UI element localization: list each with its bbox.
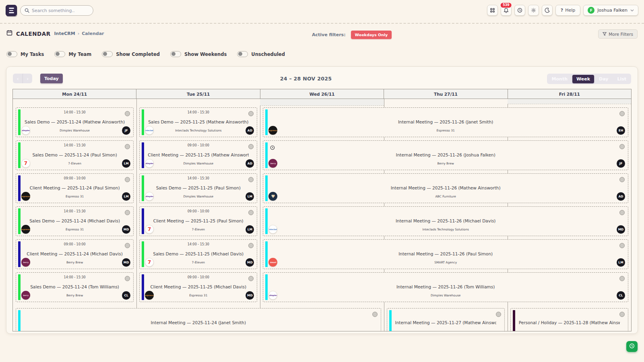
event-status-circle[interactable]: [248, 243, 254, 248]
event-title: Sales Demo — 2025-11-25 (Mathew Ainswort…: [148, 119, 249, 124]
event-status-circle[interactable]: [619, 312, 625, 317]
event-status-circle[interactable]: [619, 276, 625, 281]
event-status-circle[interactable]: [619, 111, 625, 116]
company-logo: 7: [145, 258, 154, 267]
event-title: Sales Demo — 2025-11-24 (Michael Davis): [24, 218, 125, 223]
toggle-switch[interactable]: [102, 51, 113, 57]
company-logo: espresso: [268, 126, 277, 135]
more-filters-button[interactable]: More Filters: [598, 29, 638, 39]
more-filters-label: More Filters: [609, 32, 633, 37]
view-switcher: Month Week Day List: [547, 74, 631, 84]
toggle-show-weekends[interactable]: Show Weekends: [170, 51, 227, 57]
event-status-circle[interactable]: [248, 144, 254, 149]
event-card[interactable]: 14:00 - 15:30Sales Demo — 2025-11-24 (To…: [16, 272, 134, 302]
event-status-circle[interactable]: [496, 312, 501, 317]
event-card[interactable]: 14:00 - 15:30Sales Demo — 2025-11-24 (Pa…: [16, 140, 134, 170]
toggle-my-tasks[interactable]: My Tasks: [6, 51, 44, 57]
company-logo: inteclads: [145, 126, 154, 135]
event-status-circle[interactable]: [619, 210, 625, 215]
assignee-avatar: MD: [246, 291, 254, 300]
menu-button[interactable]: [6, 5, 17, 16]
search-input[interactable]: [32, 8, 90, 13]
event-card[interactable]: 09:00 - 10:00Client Meeting — 2025-11-25…: [139, 206, 257, 236]
user-menu-button[interactable]: F Joshua Falken: [583, 5, 638, 16]
day-header: Fri 28/11: [508, 89, 631, 99]
assignee-avatar: JF: [617, 159, 625, 168]
toggle-switch[interactable]: [170, 51, 181, 57]
event-status-circle[interactable]: [619, 243, 625, 248]
assignee-avatar: EH: [617, 126, 625, 135]
event-status-circle[interactable]: [619, 144, 625, 149]
view-week[interactable]: Week: [572, 75, 594, 83]
toggle-switch[interactable]: [6, 51, 17, 57]
help-label: Help: [565, 8, 575, 13]
event-card[interactable]: 14:00 - 15:30Sales Demo — 2025-11-25 (Ma…: [139, 107, 257, 137]
event-status-circle[interactable]: [125, 111, 130, 116]
event-status-circle[interactable]: [619, 177, 625, 182]
history-button[interactable]: [514, 5, 525, 16]
event-status-circle[interactable]: [248, 177, 254, 182]
event-card[interactable]: Internal Meeting — 2025-11-24 (Janet Smi…: [16, 308, 381, 331]
event-status-circle[interactable]: [125, 144, 130, 149]
time-tracker-fab[interactable]: [626, 341, 638, 352]
event-card[interactable]: 09:00 - 10:00Client Meeting — 2025-11-24…: [16, 239, 134, 269]
event-card[interactable]: 14:00 - 15:30Sales Demo — 2025-11-25 (Mi…: [139, 239, 257, 269]
day-header-row: Mon 24/11 Tue 25/11 Wed 26/11 Thu 27/11 …: [12, 89, 632, 99]
event-company: 7-Eleven: [156, 261, 241, 264]
event-card[interactable]: Personal / Holiday — 2025-11-28 (Mathew …: [510, 308, 628, 331]
event-status-circle[interactable]: [248, 276, 254, 281]
help-button[interactable]: ? Help: [555, 5, 580, 16]
company-logo: Smart: [268, 258, 277, 267]
event-card[interactable]: 14:00 - 15:30Sales Demo — 2025-11-24 (Ma…: [16, 107, 134, 137]
event-time: 09:00 - 10:00: [140, 210, 257, 213]
active-filter-badge[interactable]: Weekdays Only: [351, 31, 392, 39]
event-color-bar: [265, 208, 268, 234]
allday-slot: [508, 99, 631, 104]
event-status-circle[interactable]: [125, 243, 130, 248]
notifications-button[interactable]: 539: [501, 5, 512, 16]
company-logo: dimples: [145, 192, 154, 201]
event-card[interactable]: 09:00 - 10:00Client Meeting — 2025-11-24…: [16, 173, 134, 203]
event-card[interactable]: Internal Meeting — 2025-11-26 (Paul Simo…: [263, 239, 628, 269]
event-card[interactable]: 14:00 - 15:30Sales Demo — 2025-11-25 (Pa…: [139, 173, 257, 203]
event-card[interactable]: Internal Meeting — 2025-11-26 (Joshua Fa…: [263, 140, 628, 170]
event-card[interactable]: Internal Meeting — 2025-11-26 (Janet Smi…: [263, 107, 628, 137]
event-card[interactable]: 14:00 - 15:30Sales Demo — 2025-11-24 (Mi…: [16, 206, 134, 236]
event-card[interactable]: Internal Meeting — 2025-11-26 (Michael D…: [263, 206, 628, 236]
toggle-my-team[interactable]: My Team: [54, 51, 91, 57]
view-day[interactable]: Day: [595, 75, 612, 83]
event-title: Internal Meeting — 2025-11-26 (Paul Simo…: [271, 251, 620, 256]
clock-icon: [517, 8, 522, 13]
breadcrumb-app[interactable]: InteCRM: [54, 31, 75, 36]
assignee-avatar: AD: [617, 192, 625, 201]
toggle-label: Show Completed: [116, 51, 160, 57]
event-company: Dimples Warehouse: [156, 195, 241, 198]
event-status-circle[interactable]: [125, 276, 130, 281]
event-card[interactable]: 09:00 - 10:00Client Meeting — 2025-11-25…: [139, 272, 257, 302]
event-status-circle[interactable]: [125, 210, 130, 215]
event-status-circle[interactable]: [248, 111, 254, 116]
event-company: Espresso 31: [279, 129, 612, 132]
settings-button[interactable]: [528, 5, 539, 16]
event-card[interactable]: Internal Meeting — 2025-11-27 (Mathew Ai…: [387, 308, 505, 331]
event-card[interactable]: 09:00 - 10:00Client Meeting — 2025-11-25…: [139, 140, 257, 170]
company-logo: berry: [268, 159, 277, 168]
view-list[interactable]: List: [613, 75, 630, 83]
event-status-circle[interactable]: [248, 210, 254, 215]
toggle-unscheduled[interactable]: Unscheduled: [237, 51, 285, 57]
event-time: 14:00 - 15:30: [16, 276, 133, 279]
event-status-circle[interactable]: [372, 312, 378, 317]
question-icon: ?: [561, 8, 563, 13]
breadcrumb-page[interactable]: Calendar: [82, 31, 104, 36]
apps-grid-button[interactable]: [487, 5, 498, 16]
event-status-circle[interactable]: [125, 177, 130, 182]
event-card[interactable]: Internal Meeting — 2025-11-26 (Tom Willi…: [263, 272, 628, 302]
event-card[interactable]: Internal Meeting — 2025-11-26 (Mathew Ai…: [263, 173, 628, 203]
dark-mode-button[interactable]: [542, 5, 553, 16]
company-logo: inteclads: [268, 225, 277, 234]
toggle-show-completed[interactable]: Show Completed: [102, 51, 160, 57]
view-month[interactable]: Month: [548, 75, 572, 83]
toggle-switch[interactable]: [54, 51, 65, 57]
toggle-switch[interactable]: [237, 51, 248, 57]
assignee-avatar: MD: [246, 258, 254, 267]
